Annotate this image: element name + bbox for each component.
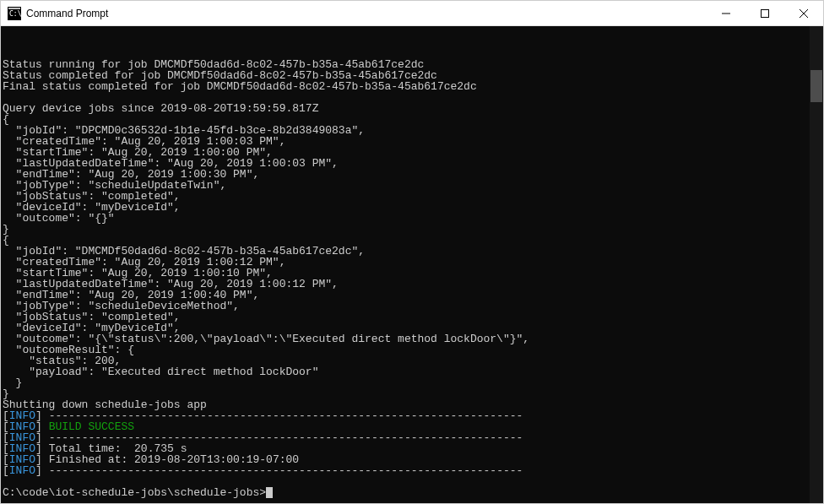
- command-prompt-icon: C:\: [8, 7, 21, 20]
- info-bracket: [: [3, 464, 9, 477]
- output-line: "outcome": "{}": [3, 212, 115, 225]
- output-line: "payload": "Executed direct method lockD…: [3, 366, 318, 378]
- window-title: Command Prompt: [26, 8, 707, 19]
- command-prompt: C:\code\iot-schedule-jobs\schedule-jobs>: [3, 486, 266, 499]
- window-titlebar[interactable]: C:\ Command Prompt: [1, 1, 823, 26]
- svg-rect-4: [762, 9, 769, 17]
- terminal-area[interactable]: Status running for job DMCMDf50dad6d-8c0…: [1, 26, 823, 503]
- terminal-content: Status running for job DMCMDf50dad6d-8c0…: [3, 48, 821, 498]
- minimize-button[interactable]: [707, 1, 745, 25]
- info-label: INFO: [9, 464, 35, 477]
- svg-rect-1: [8, 8, 20, 9]
- svg-text:C:\: C:\: [9, 10, 21, 18]
- info-bracket: ]: [35, 464, 42, 477]
- cursor: [266, 487, 273, 498]
- window-controls: [707, 1, 823, 25]
- maximize-button[interactable]: [745, 1, 784, 25]
- dash-line: ----------------------------------------…: [42, 464, 523, 477]
- vertical-scrollbar[interactable]: [810, 26, 823, 503]
- output-line: Final status completed for job DMCMDf50d…: [3, 80, 477, 93]
- output-line: Query device jobs since 2019-08-20T19:59…: [3, 102, 318, 115]
- command-prompt-window: C:\ Command Prompt Status running for jo…: [0, 0, 824, 504]
- close-button[interactable]: [784, 1, 823, 25]
- scrollbar-thumb[interactable]: [810, 70, 822, 102]
